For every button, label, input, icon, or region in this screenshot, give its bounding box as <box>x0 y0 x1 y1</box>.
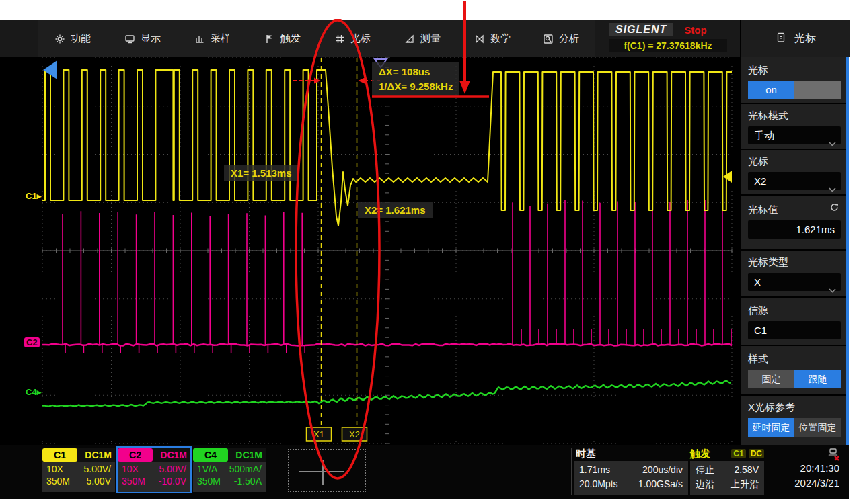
status-bar: C1DC1M 10X5.00V/ 350M5.00V C2DC1M 10X5.0… <box>0 445 849 499</box>
timebase-scale: 200us/div <box>642 463 683 477</box>
chevron-down-icon <box>829 280 836 298</box>
channel-descriptor-c4[interactable]: C4DC1M 1V/A500mA/ 350M-1.50A <box>193 448 266 492</box>
menu-item-cursors[interactable]: 光标 <box>317 20 388 57</box>
x-cursor-reference-label: X光标参考 <box>741 401 848 414</box>
xref-option-delay-fixed[interactable]: 延时固定 <box>748 418 794 437</box>
run-state[interactable]: Stop <box>684 24 706 36</box>
menu-bar: 功能 显示 采样 触发 光标 测量 数学 分析 <box>0 20 740 57</box>
style-label: 样式 <box>741 353 848 366</box>
math-icon <box>474 34 485 44</box>
source-select[interactable]: C1 <box>748 321 841 339</box>
menu-label: 触发 <box>280 32 301 45</box>
gear-icon <box>54 34 65 44</box>
menu-item-math[interactable]: 数学 <box>457 20 528 57</box>
cursor-type-value: X <box>754 276 761 288</box>
menu-label: 分析 <box>559 32 579 45</box>
channel-descriptor-c2[interactable]: C2DC1M 10X5.00V/ 350M-10.0V <box>118 448 190 492</box>
inverse-delta-x-value: 1/ΔX= 9.258kHz <box>379 79 453 94</box>
trigger-title-row: 触发 C1 DC <box>690 448 764 460</box>
bandwidth-limit: 350M <box>122 476 145 487</box>
source-label: 信源 <box>741 304 848 317</box>
style-option-fixed[interactable]: 固定 <box>748 370 794 388</box>
channel-offset: -1.50A <box>234 476 262 487</box>
channel-descriptor-c1[interactable]: C1DC1M 10X5.00V/ 350M5.00V <box>42 448 115 492</box>
style-segment: 固定 跟随 <box>748 370 841 388</box>
lan-error-icon[interactable] <box>826 448 841 464</box>
channel-marker-c1[interactable]: C1▸ <box>26 191 41 201</box>
waveform-display[interactable]: X1X2 C1▸ C2 C4▸ ΔX= 108us 1/ΔX= 9.258kHz… <box>0 57 740 445</box>
probe-atten: 1V/A <box>197 464 217 474</box>
probe-atten: 10X <box>46 464 63 474</box>
timebase-delay: 1.71ms <box>579 463 610 477</box>
memory-depth: 20.0Mpts <box>579 477 618 491</box>
cursor-crosshatch-icon <box>334 34 345 44</box>
trigger-state: 停止 <box>696 463 714 477</box>
timebase-title: 时基 <box>576 448 596 460</box>
trigger-level: 2.58V <box>734 463 759 477</box>
toggle-off-state[interactable] <box>794 81 841 99</box>
timebase-box[interactable]: 1.71ms200us/div 20.0Mpts1.00GSa/s <box>574 461 688 495</box>
cursor-select-dropdown[interactable]: X2 <box>748 172 841 190</box>
channel-tab[interactable]: C2 <box>118 448 153 462</box>
trigger-title: 触发 <box>690 448 710 460</box>
menu-item-trigger[interactable]: 触发 <box>248 20 318 57</box>
menu-label: 显示 <box>141 32 161 45</box>
menu-item-utility[interactable]: 功能 <box>38 20 108 57</box>
menu-label: 数学 <box>490 32 511 45</box>
refresh-icon[interactable] <box>829 202 839 215</box>
cursor-toggle-label: 光标 <box>741 64 848 77</box>
trigger-coupling-badge: DC <box>749 449 764 458</box>
delta-x-value: ΔX= 108us <box>379 65 453 79</box>
cursor-select-label: 光标 <box>741 155 848 168</box>
trigger-slope: 上升沿 <box>731 477 759 491</box>
clock-time: 20:41:30 <box>800 462 839 474</box>
empty-descriptor-slot[interactable] <box>288 449 366 492</box>
sample-rate: 1.00GSa/s <box>638 477 683 491</box>
cursor-mode-label: 光标模式 <box>741 110 848 122</box>
acquire-icon <box>194 34 205 44</box>
menu-item-analysis[interactable]: 分析 <box>527 20 595 57</box>
cursor-x2-readout[interactable]: X2= 1.621ms <box>358 202 433 218</box>
cursor-delta-readout[interactable]: ΔX= 108us 1/ΔX= 9.258kHz <box>372 62 459 96</box>
style-option-follow[interactable]: 跟随 <box>794 370 841 388</box>
clock-block: 20:41:30 2024/3/21 <box>768 445 842 497</box>
cursor-mode-value: 手动 <box>754 130 774 141</box>
channel-marker-c2[interactable]: C2 <box>24 337 40 347</box>
menu-item-measure[interactable]: 测量 <box>387 20 458 57</box>
trigger-type: 边沿 <box>696 477 714 491</box>
coupling-value: DC1M <box>77 450 115 460</box>
menu-item-display[interactable]: 显示 <box>108 20 178 57</box>
volts-per-div: 5.00V/ <box>84 464 111 474</box>
cursor-type-dropdown[interactable]: X <box>748 273 841 291</box>
menu-label: 光标 <box>350 32 371 45</box>
source-value: C1 <box>754 325 767 336</box>
divider <box>571 448 572 495</box>
oscilloscope-screen: 功能 显示 采样 触发 光标 测量 数学 分析 <box>0 20 849 499</box>
volts-per-div: 5.00V/ <box>159 464 186 474</box>
analysis-icon <box>543 34 554 44</box>
cursor-x1-readout[interactable]: X1= 1.513ms <box>224 165 299 181</box>
channel-marker-c4[interactable]: C4▸ <box>26 387 41 397</box>
volts-per-div: 500mA/ <box>229 464 262 474</box>
trigger-source-badge: C1 <box>731 449 745 458</box>
cursor-on-toggle[interactable]: on <box>748 81 841 99</box>
channel-tab[interactable]: C1 <box>42 448 77 462</box>
xref-option-position-fixed[interactable]: 位置固定 <box>794 418 841 437</box>
cross-placeholder-icon <box>322 460 324 485</box>
coupling-value: DC1M <box>228 450 266 460</box>
toggle-on-state[interactable]: on <box>748 81 794 99</box>
channel-offset: 5.00V <box>86 476 111 487</box>
cursor-value-input[interactable]: 1.621ms <box>748 220 841 239</box>
cross-placeholder-icon <box>299 471 344 472</box>
cursor-mode-dropdown[interactable]: 手动 <box>748 126 841 144</box>
trigger-frequency-readout: f(C1) = 27.37618kHz <box>609 39 727 52</box>
bandwidth-limit: 350M <box>46 476 70 487</box>
channel-tab[interactable]: C4 <box>193 448 228 462</box>
brand-status-block: SIGLENT Stop f(C1) = 27.37618kHz <box>609 22 733 56</box>
coupling-value: DC1M <box>153 450 190 460</box>
svg-text:X1: X1 <box>313 429 324 439</box>
bandwidth-limit: 350M <box>197 476 221 487</box>
siglent-logo: SIGLENT <box>609 23 673 36</box>
trigger-box[interactable]: 停止2.58V 边沿上升沿 <box>690 461 764 495</box>
menu-item-acquire[interactable]: 采样 <box>178 20 248 57</box>
